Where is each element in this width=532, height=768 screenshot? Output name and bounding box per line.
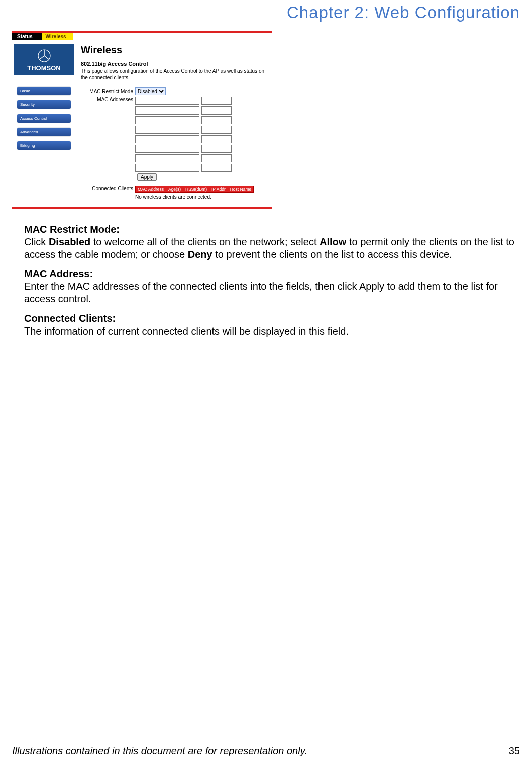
select-mac-restrict-mode[interactable]: Disabled [135, 87, 166, 95]
sidenav-item-bridging[interactable]: Bridging [17, 141, 71, 150]
chapter-title: Chapter 2: Web Configuration [12, 3, 520, 22]
section-heading-mac-restrict-mode: MAC Restrict Mode: [24, 223, 520, 236]
mac-input-b-7[interactable] [201, 164, 232, 172]
section-body-mac-address: Enter the MAC addresses of the connected… [24, 281, 498, 304]
mac-input-a-7[interactable] [135, 164, 199, 172]
sidenav-item-advanced[interactable]: Advanced [17, 128, 71, 136]
topnav-tab-status[interactable]: Status [12, 33, 42, 40]
mac-address-grid [135, 97, 232, 172]
panel-title: Wireless [81, 44, 267, 56]
mac-input-a-5[interactable] [135, 145, 199, 153]
page-number: 35 [509, 745, 520, 757]
mac-input-b-5[interactable] [201, 145, 232, 153]
config-screenshot: Status Wireless THOMSON Basic Security A… [12, 31, 272, 209]
label-mac-addresses: MAC Addresses [81, 97, 135, 102]
mac-input-a-1[interactable] [135, 106, 199, 115]
mac-input-a-3[interactable] [135, 126, 199, 134]
cc-header-1: Age(s) [166, 186, 183, 193]
cc-header-3: IP Addr [209, 186, 228, 193]
mac-input-b-6[interactable] [201, 154, 232, 162]
brand-text: THOMSON [16, 64, 72, 72]
mac-input-b-0[interactable] [201, 97, 232, 105]
section-body-mac-restrict-mode: Click Disabled to welcome all of the cli… [24, 236, 514, 260]
cc-header-2: RSSI(dBm) [183, 186, 209, 193]
mac-input-a-6[interactable] [135, 154, 199, 162]
section-body-connected-clients: The information of current connected cli… [24, 325, 349, 337]
sidenav-item-access-control[interactable]: Access Control [17, 114, 71, 123]
mac-input-b-4[interactable] [201, 135, 232, 143]
mac-input-b-3[interactable] [201, 126, 232, 134]
section-heading-connected-clients: Connected Clients: [24, 312, 520, 325]
mac-input-b-1[interactable] [201, 106, 232, 115]
brand-logo: THOMSON [14, 44, 74, 75]
sidenav-item-security[interactable]: Security [17, 100, 71, 109]
cc-header-4: Host Name [228, 186, 254, 193]
topnav-tab-wireless[interactable]: Wireless [42, 33, 73, 40]
connected-clients-table: MAC AddressAge(s)RSSI(dBm)IP AddrHost Na… [135, 186, 254, 193]
footer-note: Illustrations contained in this document… [12, 745, 307, 757]
label-connected-clients: Connected Clients [81, 186, 135, 191]
connected-clients-empty: No wireless clients are connected. [135, 194, 267, 200]
apply-button[interactable]: Apply [137, 173, 157, 181]
sidenav-item-basic[interactable]: Basic [17, 87, 71, 95]
panel-description: This page allows configuration of the Ac… [81, 68, 267, 81]
mac-input-a-2[interactable] [135, 116, 199, 124]
mac-input-b-2[interactable] [201, 116, 232, 124]
thomson-logo-icon [38, 49, 51, 62]
divider [81, 83, 267, 83]
panel-subtitle: 802.11b/g Access Control [81, 61, 267, 67]
mac-input-a-4[interactable] [135, 135, 199, 143]
cc-header-0: MAC Address [136, 186, 166, 193]
label-mac-restrict-mode: MAC Restrict Mode [81, 89, 135, 94]
section-heading-mac-address: MAC Address: [24, 268, 520, 280]
mac-input-a-0[interactable] [135, 97, 199, 105]
